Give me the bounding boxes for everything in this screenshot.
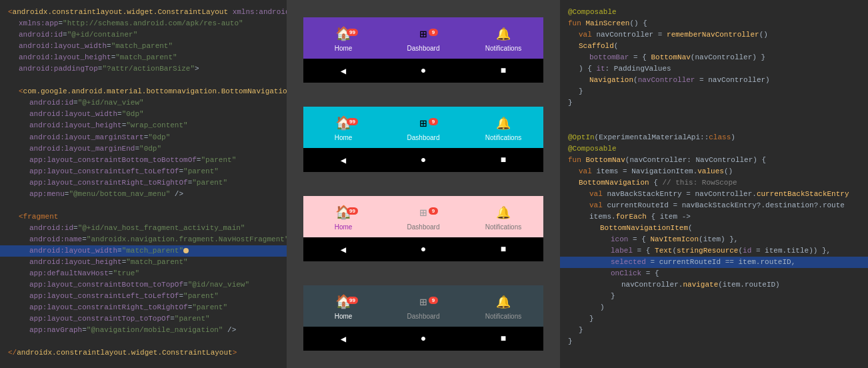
code-line: android:id="@+id/container": [8, 29, 279, 41]
code-line: android:layout_marginStart="0dp": [8, 132, 279, 143]
nav-item-dashboard-pink[interactable]: 9 ⊞ Dashboard: [383, 196, 463, 237]
nav-item-home-teal[interactable]: 99 🏠 Home: [303, 107, 383, 148]
notifications-label-teal: Notifications: [485, 134, 521, 141]
code-line: onClick = {: [568, 268, 860, 279]
recents-button-pink[interactable]: ■: [501, 244, 506, 255]
dashboard-label-pink: Dashboard: [407, 223, 440, 231]
dashboard-icon: ⊞: [420, 27, 427, 41]
back-button-pink[interactable]: ◀: [341, 244, 346, 255]
code-line: fun BottomNav(navController: NavControll…: [568, 155, 860, 166]
bell-icon: 🔔: [496, 27, 511, 41]
code-line: <fragment: [8, 211, 279, 223]
dashboard-label-purple: Dashboard: [407, 45, 440, 52]
code-line: [8, 75, 279, 86]
home-badge-teal: 99: [347, 118, 358, 125]
nav-bar-pink: 99 🏠 Home 9 ⊞ Dashboard 🔔 Notifications: [303, 196, 543, 237]
dashboard-icon-container-dark: 9 ⊞: [414, 293, 433, 311]
recents-button-teal[interactable]: ■: [501, 155, 506, 165]
code-line: val navBackStackEntry = navController.cu…: [568, 189, 860, 200]
back-button-teal[interactable]: ◀: [341, 155, 346, 166]
code-line: android:id="@+id/nav_view": [8, 97, 279, 109]
code-line: BottomNavigation { // this: RowScope: [568, 177, 860, 189]
code-line: android:layout_marginEnd="0dp": [8, 143, 279, 155]
nav-item-home-pink[interactable]: 99 🏠 Home: [303, 196, 383, 237]
nav-item-dashboard-purple[interactable]: 9 ⊞ Dashboard: [383, 17, 463, 59]
code-line: navController.navigate(item.routeID): [568, 279, 860, 291]
back-button-dark[interactable]: ◀: [341, 333, 346, 345]
code-line: label = { Text(stringResource(id = item.…: [568, 245, 860, 257]
home-badge-purple: 99: [347, 29, 358, 36]
code-line: BottomNavigationItem(: [568, 223, 860, 234]
code-line: xmlns:app="http://schemas.android.com/ap…: [8, 18, 279, 29]
code-line: <com.google.android.material.bottomnavig…: [8, 86, 279, 97]
home-icon-container-pink: 99 🏠: [334, 203, 353, 222]
code-line: [568, 109, 860, 120]
code-line: app:layout_constraintBottom_toTopOf="@id…: [8, 279, 279, 291]
home-label-teal: Home: [335, 134, 353, 141]
nav-item-dashboard-teal[interactable]: 9 ⊞ Dashboard: [383, 107, 463, 148]
nav-bar-teal: 99 🏠 Home 9 ⊞ Dashboard 🔔 Notifications: [303, 107, 543, 148]
kotlin-code-panel: @Composable fun MainScreen() { val navCo…: [560, 0, 868, 368]
nav-item-dashboard-dark[interactable]: 9 ⊞ Dashboard: [383, 285, 463, 327]
back-button-purple[interactable]: ◀: [341, 65, 346, 77]
system-nav-dark: ◀ ● ■: [303, 327, 543, 351]
code-line: app:layout_constraintTop_toTopOf="parent…: [8, 313, 279, 325]
nav-item-notifications-teal[interactable]: 🔔 Notifications: [463, 107, 543, 148]
phone-preview-dark: 99 🏠 Home 9 ⊞ Dashboard 🔔 Notifications: [303, 285, 543, 351]
dashboard-icon-container-teal: 9 ⊞: [414, 114, 433, 133]
home-icon-container-teal: 99 🏠: [334, 114, 353, 133]
code-line: Navigation(navController = navController…: [568, 75, 860, 86]
code-line: [568, 120, 860, 131]
code-line: android:paddingTop="?attr/actionBarSize"…: [8, 63, 279, 75]
code-line: }: [568, 325, 860, 336]
code-line: android:layout_width="match_parent": [8, 245, 279, 257]
notifications-label-dark: Notifications: [485, 313, 521, 320]
code-line: items.forEach { item ->: [568, 211, 860, 223]
code-line: android:id="@+id/nav_host_fragment_activ…: [8, 223, 279, 234]
code-line: app:layout_constraintRight_toRightOf="pa…: [8, 177, 279, 189]
home-button-dark[interactable]: ●: [421, 333, 426, 344]
nav-item-notifications-purple[interactable]: 🔔 Notifications: [463, 17, 543, 59]
code-line: ): [568, 302, 860, 313]
bell-icon-container-pink: 🔔: [494, 203, 513, 222]
nav-item-home-dark[interactable]: 99 🏠 Home: [303, 285, 383, 327]
nav-item-home-purple[interactable]: 99 🏠 Home: [303, 17, 383, 59]
nav-item-notifications-dark[interactable]: 🔔 Notifications: [463, 285, 543, 327]
code-line: }: [568, 86, 860, 97]
home-badge-dark: 99: [347, 297, 358, 304]
code-line: android:layout_width="0dp": [8, 109, 279, 120]
code-line: @Composable: [568, 7, 860, 18]
code-line: [8, 200, 279, 211]
system-nav-teal: ◀ ● ■: [303, 148, 543, 172]
code-line: fun MainScreen() {: [568, 18, 860, 29]
home-button-pink[interactable]: ●: [421, 244, 426, 255]
code-line: app:defaultNavHost="true": [8, 268, 279, 279]
code-line: app:menu="@menu/bottom_nav_menu" />: [8, 189, 279, 200]
notifications-label-purple: Notifications: [485, 45, 521, 52]
dashboard-label-teal: Dashboard: [407, 134, 440, 141]
home-label-dark: Home: [335, 313, 353, 320]
home-label-purple: Home: [335, 45, 353, 52]
code-line: }: [568, 313, 860, 325]
system-nav-purple: ◀ ● ■: [303, 59, 543, 83]
bell-icon-container-teal: 🔔: [494, 114, 513, 133]
code-line: <androidx.constraintlayout.widget.Constr…: [8, 7, 279, 18]
dashboard-icon-pink: ⊞: [420, 205, 427, 220]
code-line: [8, 336, 279, 347]
bell-icon-pink: 🔔: [496, 205, 511, 220]
home-button-teal[interactable]: ●: [421, 155, 426, 165]
nav-bar-dark: 99 🏠 Home 9 ⊞ Dashboard 🔔 Notifications: [303, 285, 543, 327]
dashboard-icon-dark: ⊞: [420, 295, 427, 309]
dashboard-label-dark: Dashboard: [407, 313, 440, 320]
home-button-purple[interactable]: ●: [421, 65, 426, 76]
notifications-label-pink: Notifications: [485, 223, 521, 231]
code-line: ) { it: PaddingValues: [568, 63, 860, 75]
bell-icon-container: 🔔: [494, 25, 513, 43]
recents-button-purple[interactable]: ■: [501, 65, 506, 76]
code-line: android:layout_height="match_parent": [8, 257, 279, 268]
recents-button-dark[interactable]: ■: [501, 333, 506, 344]
dashboard-icon-container: 9 ⊞: [414, 25, 433, 43]
nav-item-notifications-pink[interactable]: 🔔 Notifications: [463, 196, 543, 237]
code-line: android:layout_width="match_parent": [8, 41, 279, 52]
code-line: bottomBar = { BottomNav(navController) }: [568, 52, 860, 63]
